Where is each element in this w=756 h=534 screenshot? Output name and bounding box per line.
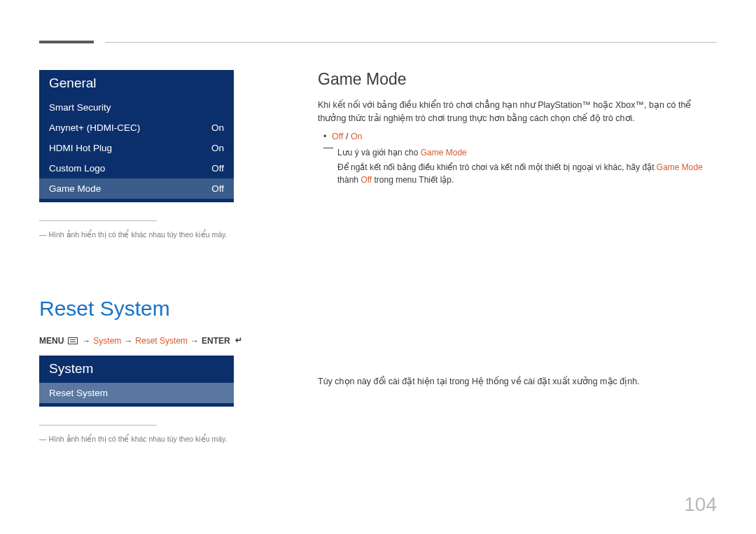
osd-general-menu: General Smart Security Anynet+ (HDMI-CEC… [39,70,234,202]
osd-row-smart-security: Smart Security [39,97,234,118]
note-lead-text: Lưu ý và giới hạn cho [337,148,421,157]
top-horizontal-rule [105,42,717,43]
note-body-e: trong menu Thiết lập. [372,175,454,185]
arrow-icon: → [190,336,199,346]
content-columns: General Smart Security Anynet+ (HDMI-CEC… [39,70,717,506]
path-seg-system: System [93,336,121,346]
game-mode-paragraph: Khi kết nối với bảng điều khiển trò chơi… [318,99,717,126]
osd-row-anynet: Anynet+ (HDMI-CEC) On [39,118,234,138]
osd-row-value: On [211,143,224,153]
game-mode-note-heading: Lưu ý và giới hạn cho Game Mode [318,146,717,159]
path-seg-reset-system: Reset System [135,336,188,346]
arrow-icon: → [124,336,132,346]
top-accent-bar [39,41,94,43]
game-mode-heading: Game Mode [318,70,717,89]
note-body-c: thành [337,175,360,185]
osd-system-menu: System Reset System [39,356,234,407]
menu-icon [68,337,78,344]
osd-row-custom-logo: Custom Logo Off [39,158,234,178]
osd-row-label: Anynet+ (HDMI-CEC) [49,122,140,133]
image-vary-note-1: ― Hình ảnh hiển thị có thể khác nhau tùy… [39,230,284,241]
reset-system-description: Tùy chọn này đổi cài đặt hiện tại trong … [318,375,717,388]
document-page: General Smart Security Anynet+ (HDMI-CEC… [0,0,756,534]
reset-system-block: Reset System MENU → System → Reset Syste… [39,297,284,445]
note-body-off: Off [360,175,372,185]
reset-system-heading: Reset System [39,297,284,321]
path-enter-label: ENTER [202,336,230,346]
arrow-icon: → [82,336,90,346]
note-game-mode: Game Mode [421,148,467,157]
note-divider [39,425,157,426]
osd-system-title: System [39,356,234,383]
right-column: Game Mode Khi kết nối với bảng điều khiể… [318,70,717,506]
osd-row-label: Smart Security [49,102,111,113]
osd-row-label: HDMI Hot Plug [49,143,112,153]
enter-icon [234,337,244,345]
osd-general-title: General [39,70,234,97]
path-menu-label: MENU [39,336,64,346]
osd-row-value: Off [211,163,224,174]
menu-path: MENU → System → Reset System → ENTER [39,336,284,346]
image-vary-note-2: ― Hình ảnh hiển thị có thể khác nhau tùy… [39,434,284,445]
osd-row-game-mode: Game Mode Off [39,178,234,199]
osd-row-label: Custom Logo [49,163,105,174]
option-off: Off [332,132,343,141]
option-separator: / [343,132,350,141]
page-number: 104 [684,493,717,516]
osd-row-label: Game Mode [49,183,101,194]
game-mode-options-bullet: Off / On [318,130,717,143]
option-on: On [351,132,363,141]
note-divider [39,220,157,221]
note-body-gm: Game Mode [657,162,703,172]
osd-row-value: Off [211,183,224,194]
osd-row-label: Reset System [49,388,108,398]
note-body-a: Để ngắt kết nối bảng điều khiển trò chơi… [337,162,657,172]
reset-system-description-block: Tùy chọn này đổi cài đặt hiện tại trong … [318,375,717,388]
osd-row-hdmi-hot-plug: HDMI Hot Plug On [39,138,234,158]
osd-row-reset-system: Reset System [39,383,234,403]
note-lead-line [323,148,333,148]
game-mode-note-body: Để ngắt kết nối bảng điều khiển trò chơi… [318,161,717,186]
left-column: General Smart Security Anynet+ (HDMI-CEC… [39,70,284,506]
osd-row-value: On [211,122,224,133]
